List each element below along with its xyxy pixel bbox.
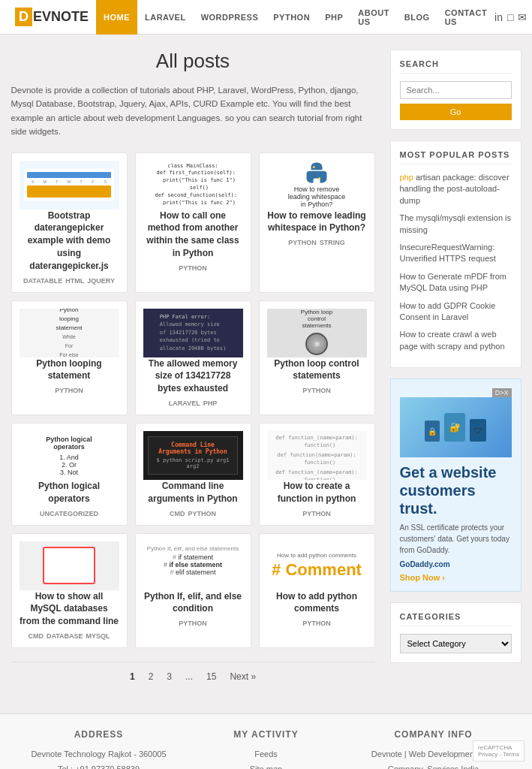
categories-title: CATEGORIES xyxy=(400,612,512,626)
tag-item[interactable]: PYTHON xyxy=(55,387,83,394)
tag-item[interactable]: PYTHON xyxy=(188,510,216,517)
page-2[interactable]: 2 xyxy=(144,670,158,683)
footer-address-line1: Devnote Technology Rajkot - 360005 xyxy=(23,747,175,762)
footer-grid: Address Devnote Technology Rajkot - 3600… xyxy=(15,729,517,769)
nav-php[interactable]: PHP xyxy=(317,0,350,35)
post-tags: UNCATEGORIZED xyxy=(20,510,119,517)
tag-item[interactable]: HTML xyxy=(65,277,84,285)
nav-home[interactable]: HOME xyxy=(96,0,137,35)
search-input[interactable] xyxy=(400,81,512,99)
logo-rest: EVNOTE xyxy=(33,9,89,25)
post-title: Command line arguments in Python xyxy=(143,480,243,505)
categories-widget: CATEGORIES Select Category xyxy=(390,602,521,663)
linkedin-icon[interactable]: in xyxy=(494,11,503,23)
post-tags: LARAVEL PHP xyxy=(143,400,243,407)
post-title: Python logical operators xyxy=(20,480,119,505)
post-text: How to Generate mPDF from MySQL Data usi… xyxy=(400,272,506,292)
highlight-text: php xyxy=(400,173,413,182)
page-next[interactable]: Next » xyxy=(225,670,260,683)
popular-post-item[interactable]: How to add GDPR Cookie Consent in Larave… xyxy=(400,300,512,324)
footer-activity-title: MY ACTIVITY xyxy=(190,729,342,740)
category-select[interactable]: Select Category xyxy=(400,634,512,653)
popular-post-item[interactable]: How to create crawl a web page with scra… xyxy=(400,329,512,352)
tag-item[interactable]: CMD xyxy=(28,632,44,640)
tag-item[interactable]: PHP xyxy=(203,400,218,407)
footer-sitemap-link[interactable]: Site map xyxy=(190,762,342,769)
tag-item[interactable]: UNCATEGORIZED xyxy=(40,510,98,517)
email-icon[interactable]: ✉ xyxy=(518,11,527,23)
posts-grid: SMTWTFS Bootstrap daterangepicker exampl… xyxy=(11,152,375,648)
tag-item[interactable]: PYTHON xyxy=(302,510,331,517)
nav-blog[interactable]: BLOG xyxy=(397,0,437,35)
post-card[interactable]: Command Line Arguments in Python $ pytho… xyxy=(135,423,251,526)
post-tags: PYTHON xyxy=(267,510,367,517)
post-card[interactable]: Python logicaloperators 1. And2. Or3. No… xyxy=(11,423,128,526)
tag-item[interactable]: PYTHON xyxy=(179,264,207,272)
tag-item[interactable]: MYSQL xyxy=(86,632,110,640)
footer-feeds-link[interactable]: Feeds xyxy=(190,747,342,762)
post-tags: PYTHON xyxy=(267,620,367,627)
post-thumbnail: Python If, elif, and else statements # i… xyxy=(143,541,243,590)
post-card[interactable]: def function_(name=param): function() de… xyxy=(259,423,375,526)
tag-item[interactable]: PYTHON xyxy=(302,620,331,627)
tag-item[interactable]: STRING xyxy=(320,239,345,246)
post-thumbnail: PHP Fatal error: Allowed memory size of … xyxy=(143,309,243,357)
search-button[interactable]: Go xyxy=(400,104,512,120)
tag-item[interactable]: PYTHON xyxy=(179,620,207,627)
ad-tag-label: D>X xyxy=(492,388,512,397)
nav-about[interactable]: ABOUT US xyxy=(350,0,397,35)
popular-post-item[interactable]: InsecureRequestWarning: Unverified HTTPS… xyxy=(400,242,512,265)
search-title: SEARCH xyxy=(400,59,512,74)
page-title: All posts xyxy=(11,50,375,73)
ad-cta[interactable]: Shop Now › xyxy=(400,573,512,582)
footer-address-line2: Tel : +91 97370 58839 xyxy=(23,762,175,769)
recaptcha-badge: reCAPTCHAPrivacy - Terms xyxy=(473,740,524,761)
post-title: How to call one method from another with… xyxy=(143,210,243,260)
post-title: Bootstrap daterangepicker example with d… xyxy=(20,210,119,273)
post-thumbnail: def function_(name=param): function() de… xyxy=(267,431,367,480)
popular-post-item[interactable]: The mysqli/mysqli extension is missing xyxy=(400,213,512,236)
post-thumbnail: Pythonloopingstatement WhileForFor else xyxy=(20,309,119,357)
nav-social-icons: in □ ✉ 📞 📷 ▶ 👤 xyxy=(494,11,532,23)
popular-post-item[interactable]: php artisan package: discover handling t… xyxy=(400,172,512,207)
post-card[interactable]: Python loopcontrolstatements ⚙ Python lo… xyxy=(259,300,375,415)
tag-item[interactable]: DATABASE xyxy=(47,632,83,640)
page-1[interactable]: 1 xyxy=(125,670,140,683)
tag-item[interactable]: JQUERY xyxy=(87,277,115,285)
post-card[interactable]: Python If, elif, and else statements # i… xyxy=(135,533,251,648)
post-thumbnail xyxy=(20,541,119,590)
nav-wordpress[interactable]: WORDPRESS xyxy=(194,0,266,35)
post-tags: PYTHON xyxy=(143,620,243,627)
nav-python[interactable]: PYTHON xyxy=(266,0,317,35)
footer: Address Devnote Technology Rajkot - 3600… xyxy=(0,713,532,769)
post-card[interactable]: How to show all MySQL databases from the… xyxy=(11,533,128,648)
comment-hash: # Comment xyxy=(272,560,362,580)
post-title: Python loop control statements xyxy=(267,357,367,383)
post-title: How to show all MySQL databases from the… xyxy=(20,590,119,628)
post-card[interactable]: Pythonloopingstatement WhileForFor else … xyxy=(11,300,128,415)
page-15[interactable]: 15 xyxy=(202,670,221,683)
tag-item[interactable]: LARAVEL xyxy=(169,400,200,407)
nav-laravel[interactable]: LARAVEL xyxy=(137,0,194,35)
tag-item[interactable]: CMD xyxy=(170,510,185,517)
ad-banner[interactable]: D>X 🔒 🔐 🛡 Get a website customers trust.… xyxy=(390,378,521,592)
post-title: Python If, elif, and else condition xyxy=(143,590,243,616)
ad-body: An SSL certificate protects your custome… xyxy=(400,522,512,556)
tag-item[interactable]: PYTHON xyxy=(302,387,331,394)
tag-item[interactable]: PYTHON xyxy=(288,239,317,246)
post-thumbnail: Python loopcontrolstatements ⚙ xyxy=(267,309,367,357)
popular-posts-title: MOST POPULAR POSTS xyxy=(400,150,512,164)
page-3[interactable]: 3 xyxy=(162,670,176,683)
site-logo[interactable]: D EVNOTE xyxy=(15,8,89,26)
nav-contact[interactable]: CONTACT US xyxy=(437,0,494,35)
popular-post-item[interactable]: How to Generate mPDF from MySQL Data usi… xyxy=(400,271,512,294)
post-card[interactable]: SMTWTFS Bootstrap daterangepicker exampl… xyxy=(11,152,128,293)
post-card[interactable]: PHP Fatal error: Allowed memory size of … xyxy=(135,300,251,415)
facebook-icon[interactable]: □ xyxy=(507,11,513,23)
post-card[interactable]: How to removeleading whitespacein Python… xyxy=(259,152,375,293)
post-card[interactable]: class MainClass: def first_function(self… xyxy=(135,152,251,293)
ad-heading: Get a website customers trust. xyxy=(400,463,512,517)
post-card[interactable]: How to add python comments # Comment How… xyxy=(259,533,375,648)
tag-item[interactable]: DATATABLE xyxy=(23,277,62,285)
post-title: Python looping statement xyxy=(20,357,119,383)
